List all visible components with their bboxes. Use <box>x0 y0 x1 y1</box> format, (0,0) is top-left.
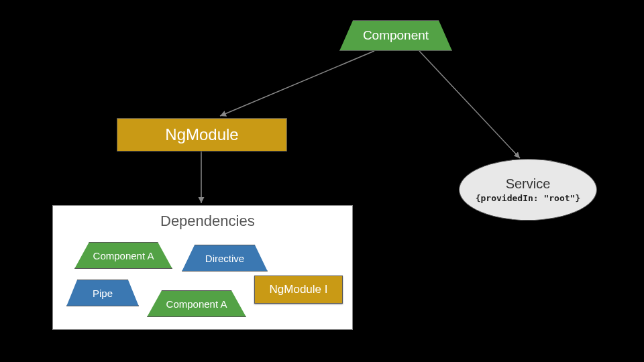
dep-component-a-2-label: Component A <box>166 298 227 310</box>
ngmodule-label: NgModule <box>165 125 238 144</box>
ngmodule-node: NgModule <box>117 118 287 152</box>
service-title: Service <box>506 176 551 192</box>
service-node: Service {providedIn: "root"} <box>459 159 597 221</box>
dep-pipe-label: Pipe <box>93 288 113 299</box>
component-label: Component <box>363 28 429 43</box>
dependencies-title: Dependencies <box>160 213 255 230</box>
dep-component-a-2: Component A <box>147 290 246 317</box>
dep-ngmodule-i-label: NgModule I <box>270 283 328 296</box>
dep-directive-label: Directive <box>205 253 244 264</box>
svg-line-0 <box>220 51 374 116</box>
dep-component-a-1-label: Component A <box>93 250 154 261</box>
dep-directive: Directive <box>182 245 268 272</box>
service-subtitle: {providedIn: "root"} <box>476 193 581 203</box>
dep-component-a-1: Component A <box>74 242 172 269</box>
component-node: Component <box>339 20 452 51</box>
dependencies-box: Dependencies Component A Directive Pipe … <box>52 205 353 330</box>
svg-line-1 <box>419 51 520 158</box>
dep-pipe: Pipe <box>66 280 139 306</box>
dep-ngmodule-i: NgModule I <box>254 276 343 304</box>
